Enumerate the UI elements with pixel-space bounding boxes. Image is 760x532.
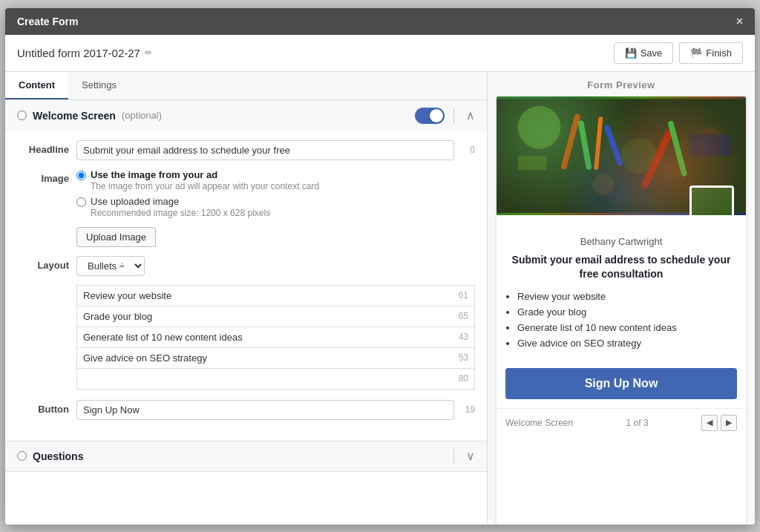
welcome-screen-radio[interactable] xyxy=(17,111,27,120)
modal-header: Create Form × xyxy=(5,8,755,35)
next-button[interactable]: ▶ xyxy=(721,415,737,431)
save-icon: 💾 xyxy=(625,47,637,59)
bullet-input-3[interactable] xyxy=(83,352,451,364)
left-panel: Content Settings Welcome Screen (optiona… xyxy=(5,72,488,525)
bullet-char-count-3: 53 xyxy=(451,352,468,363)
image-options: Use the image from your ad The image fro… xyxy=(76,169,475,247)
bullet-input-2[interactable] xyxy=(83,332,451,343)
questions-title: Questions xyxy=(33,450,83,462)
save-button[interactable]: 💾 Save xyxy=(614,42,674,64)
preview-footer: Welcome Screen 1 of 3 ◀ ▶ xyxy=(497,408,746,437)
bullet-item: 53 xyxy=(76,347,475,368)
bullet-input-1[interactable] xyxy=(83,311,451,322)
bullet-item: 80 xyxy=(76,368,475,390)
preview-screen-label: Welcome Screen xyxy=(505,418,573,428)
image-ad-radio[interactable] xyxy=(76,171,86,180)
bullet-input-4[interactable] xyxy=(83,373,451,384)
questions-divider xyxy=(453,449,454,464)
welcome-screen-section: Welcome Screen (optional) ∧ Headline 0 xyxy=(5,100,487,441)
chevron-up-icon[interactable]: ∧ xyxy=(466,108,475,122)
form-name: Untitled form 2017-02-27 xyxy=(17,47,140,59)
questions-chevron-icon[interactable]: ∨ xyxy=(466,449,475,463)
welcome-screen-optional: (optional) xyxy=(122,110,162,121)
bullet-list: 61 65 43 53 xyxy=(76,285,475,390)
bullet-list-container: 61 65 43 53 xyxy=(76,285,475,390)
bullet-item: 43 xyxy=(76,326,475,347)
button-label: Button xyxy=(17,400,69,415)
create-form-modal: Create Form × Untitled form 2017-02-27 ✏… xyxy=(5,8,755,525)
welcome-screen-content: Headline 0 Image Us xyxy=(5,131,487,441)
bullet-item: 65 xyxy=(76,306,475,326)
preview-bullet-item: Give advice on SEO strategy xyxy=(517,338,734,349)
finish-icon: 🏁 xyxy=(690,47,702,59)
headline-input[interactable] xyxy=(76,140,454,160)
form-title-container: Untitled form 2017-02-27 ✏ xyxy=(17,47,152,59)
button-field-container: 19 xyxy=(76,400,475,420)
preview-title: Form Preview xyxy=(488,72,755,96)
prev-button[interactable]: ◀ xyxy=(701,415,718,431)
bullet-input-0[interactable] xyxy=(83,290,451,301)
welcome-screen-title: Welcome Screen xyxy=(33,110,116,122)
layout-label: Layout xyxy=(17,256,69,271)
bullet-char-count-0: 61 xyxy=(451,290,468,301)
section-divider xyxy=(453,108,454,123)
edit-icon[interactable]: ✏ xyxy=(145,47,152,58)
bullet-char-count-4: 80 xyxy=(451,373,468,384)
preview-person-name: Bethany Cartwright xyxy=(497,215,746,253)
headline-char-count: 0 xyxy=(457,145,475,155)
preview-pagination: 1 of 3 xyxy=(626,418,649,428)
welcome-screen-toggle[interactable] xyxy=(415,108,445,124)
image-option-ad: Use the image from your ad The image fro… xyxy=(76,169,475,191)
bullet-char-count-1: 65 xyxy=(451,311,468,321)
avatar-image xyxy=(692,188,732,215)
headline-label: Headline xyxy=(17,140,69,155)
finish-button[interactable]: 🏁 Finish xyxy=(679,42,743,64)
tabs-container: Content Settings xyxy=(5,72,487,100)
title-bar: Untitled form 2017-02-27 ✏ 💾 Save 🏁 Fini… xyxy=(5,35,755,72)
preview-bullets-list: Review your website Grade your blog Gene… xyxy=(497,291,746,362)
preview-avatar xyxy=(689,185,734,215)
button-row: Button 19 xyxy=(17,400,475,420)
preview-hero-image xyxy=(497,96,746,215)
upload-image-button[interactable]: Upload Image xyxy=(76,227,156,247)
layout-row: Layout Bullets ÷ xyxy=(17,256,475,276)
title-actions: 💾 Save 🏁 Finish xyxy=(614,42,743,64)
image-ad-sublabel: The image from your ad will appear with … xyxy=(91,181,319,191)
button-input[interactable] xyxy=(76,400,454,420)
section-header-welcome: Welcome Screen (optional) ∧ xyxy=(5,100,487,131)
questions-section: Questions ∨ xyxy=(5,441,487,472)
right-panel: Form Preview xyxy=(488,72,755,525)
image-upload-radio[interactable] xyxy=(76,197,86,207)
modal-body: Content Settings Welcome Screen (optiona… xyxy=(5,72,755,525)
preview-headline: Submit your email address to schedule yo… xyxy=(497,253,746,291)
image-upload-label: Use uploaded image xyxy=(91,196,270,207)
tab-settings[interactable]: Settings xyxy=(68,72,130,99)
layout-options: Bullets ÷ xyxy=(76,256,145,276)
preview-cta-button[interactable]: Sign Up Now xyxy=(505,368,737,399)
preview-nav: ◀ ▶ xyxy=(701,415,737,431)
form-preview: Bethany Cartwright Submit your email add… xyxy=(497,96,746,525)
tab-content[interactable]: Content xyxy=(5,72,68,99)
preview-bullet-item: Review your website xyxy=(517,291,734,302)
questions-header: Questions ∨ xyxy=(5,441,487,471)
headline-row: Headline 0 xyxy=(17,140,475,160)
button-char-count: 19 xyxy=(457,404,475,415)
modal-title: Create Form xyxy=(17,16,78,27)
image-row: Image Use the image from your ad The ima… xyxy=(17,169,475,247)
image-label: Image xyxy=(17,169,69,184)
image-upload-sublabel: Recommended image size: 1200 x 628 pixel… xyxy=(91,208,270,218)
preview-bullet-item: Grade your blog xyxy=(517,306,734,318)
image-ad-label: Use the image from your ad xyxy=(91,169,217,180)
close-icon[interactable]: × xyxy=(736,16,743,27)
questions-radio[interactable] xyxy=(17,451,27,461)
bullet-item: 61 xyxy=(76,285,475,306)
headline-field-container: 0 xyxy=(76,140,475,160)
bullet-char-count-2: 43 xyxy=(451,332,468,342)
image-option-upload: Use uploaded image Recommended image siz… xyxy=(76,196,475,218)
layout-select[interactable]: Bullets ÷ xyxy=(76,256,145,276)
preview-bullet-item: Generate list of 10 new content ideas xyxy=(517,322,734,333)
